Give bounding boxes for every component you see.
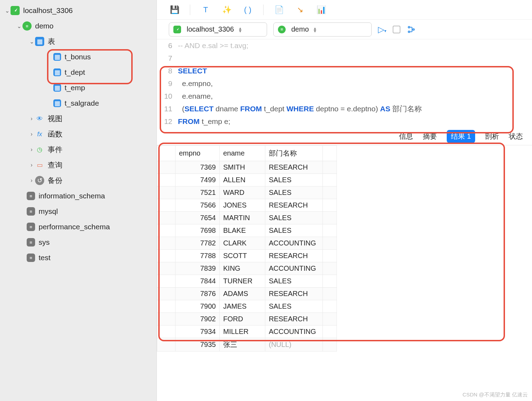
table-row[interactable]: 7788SCOTTRESEARCH bbox=[157, 250, 337, 262]
connection-icon bbox=[11, 6, 20, 15]
tree-database[interactable]: ⌄ ≡ demo bbox=[0, 18, 157, 34]
tree-schema-mysql[interactable]: ≡ mysql bbox=[0, 204, 157, 219]
table-row[interactable]: 7844TURNERSALES bbox=[157, 275, 337, 288]
table-icon: ▦ bbox=[53, 99, 61, 107]
table-row[interactable]: 7369SMITHRESEARCH bbox=[157, 161, 337, 174]
table-row[interactable]: 7902FORDRESEARCH bbox=[157, 313, 337, 326]
result-table[interactable]: empno ename 部门名称 7369SMITHRESEARCH7499AL… bbox=[157, 145, 337, 351]
tree-schema-performance_schema[interactable]: ≡ performance_schema bbox=[0, 219, 157, 235]
main-panel: 💾 T ✨ ( ) 📄 ↘ 📊 localhost_3306 ▴▾ ≡ demo… bbox=[157, 0, 532, 401]
save-icon[interactable]: 💾 bbox=[169, 4, 180, 15]
connection-icon bbox=[173, 26, 181, 33]
divider-icon bbox=[263, 5, 264, 15]
toolbar-connection: localhost_3306 ▴▾ ≡ demo ▴▾ ▷▾ bbox=[157, 20, 532, 39]
database-icon: ≡ bbox=[27, 238, 35, 246]
line-gutter: 6789101112 bbox=[157, 39, 178, 128]
table-icon: ▦ bbox=[53, 84, 61, 92]
query-icon: ▭ bbox=[35, 160, 44, 170]
database-icon: ≡ bbox=[27, 254, 35, 262]
database-icon: ≡ bbox=[27, 192, 35, 200]
code-icon[interactable]: ( ) bbox=[242, 4, 253, 15]
table-group-icon: ▦ bbox=[35, 37, 44, 46]
chevron-down-icon: ⌄ bbox=[28, 38, 35, 45]
connection-select[interactable]: localhost_3306 ▴▾ bbox=[169, 22, 267, 37]
tree-table-t_dept[interactable]: ▦ t_dept bbox=[0, 65, 157, 80]
tree-table-t_salgrade[interactable]: ▦ t_salgrade bbox=[0, 96, 157, 111]
chevron-right-icon: › bbox=[28, 116, 35, 122]
tree-connection[interactable]: ⌄ localhost_3306 bbox=[0, 3, 157, 18]
database-icon: ≡ bbox=[278, 26, 286, 33]
table-row[interactable]: 7782CLARKACCOUNTING bbox=[157, 237, 337, 250]
table-row[interactable]: 7499ALLENSALES bbox=[157, 174, 337, 186]
stop-button[interactable] bbox=[393, 26, 400, 33]
tree-tables-group[interactable]: ⌄ ▦ 表 bbox=[0, 34, 157, 49]
tree-functions[interactable]: › fx 函数 bbox=[0, 126, 157, 142]
tree-schema-information_schema[interactable]: ≡ information_schema bbox=[0, 188, 157, 204]
table-row[interactable]: 7900JAMESSALES bbox=[157, 300, 337, 313]
beautify-icon[interactable]: ✨ bbox=[221, 4, 232, 15]
function-icon: fx bbox=[35, 130, 44, 139]
table-row[interactable]: 7876ADAMSRESEARCH bbox=[157, 288, 337, 300]
tab-analyze[interactable]: 剖析 bbox=[485, 132, 499, 141]
result-tabs: 信息 摘要 结果 1 剖析 状态 bbox=[157, 128, 532, 145]
svg-point-0 bbox=[408, 26, 410, 28]
tree-schema-sys[interactable]: ≡ sys bbox=[0, 235, 157, 250]
col-dept[interactable]: 部门名称 bbox=[265, 146, 323, 161]
database-icon: ≡ bbox=[22, 21, 32, 31]
tree-views[interactable]: › 👁 视图 bbox=[0, 111, 157, 126]
updown-icon: ▴▾ bbox=[239, 27, 241, 32]
database-icon: ≡ bbox=[27, 207, 35, 216]
table-icon: ▦ bbox=[53, 53, 61, 61]
chevron-down-icon: ⌄ bbox=[4, 7, 11, 14]
chevron-right-icon: › bbox=[28, 131, 35, 137]
view-icon: 👁 bbox=[35, 114, 44, 123]
table-icon: ▦ bbox=[53, 68, 61, 76]
divider-icon bbox=[190, 5, 190, 15]
tree-events[interactable]: › ◷ 事件 bbox=[0, 142, 157, 157]
result-panel: empno ename 部门名称 7369SMITHRESEARCH7499AL… bbox=[157, 145, 532, 351]
tree-backups[interactable]: › ↺ 备份 bbox=[0, 173, 157, 188]
tree-queries[interactable]: › ▭ 查询 bbox=[0, 157, 157, 173]
table-row[interactable]: 7934MILLERACCOUNTING bbox=[157, 326, 337, 338]
toolbar-main: 💾 T ✨ ( ) 📄 ↘ 📊 bbox=[157, 0, 532, 20]
tab-info[interactable]: 信息 bbox=[399, 132, 413, 141]
format-icon[interactable]: T bbox=[200, 4, 211, 15]
export-icon[interactable]: 📄 bbox=[273, 4, 285, 15]
chevron-right-icon: › bbox=[28, 146, 35, 153]
tree-table-t_bonus[interactable]: ▦ t_bonus bbox=[0, 49, 157, 65]
database-icon: ≡ bbox=[27, 223, 35, 231]
import-icon[interactable]: ↘ bbox=[294, 4, 306, 15]
code-area[interactable]: -- AND e.sal >= t.avg; SELECT e.empno, e… bbox=[178, 39, 532, 128]
col-empno[interactable]: empno bbox=[175, 146, 220, 161]
tab-result[interactable]: 结果 1 bbox=[447, 130, 475, 143]
database-select[interactable]: ≡ demo ▴▾ bbox=[273, 22, 372, 37]
table-row[interactable]: 7521WARDSALES bbox=[157, 186, 337, 199]
run-button[interactable]: ▷▾ bbox=[378, 25, 386, 34]
watermark: CSDN @不渴望力量 亿速云 bbox=[463, 392, 528, 398]
chevron-right-icon: › bbox=[28, 177, 35, 184]
explain-button[interactable] bbox=[407, 25, 416, 34]
sidebar: ⌄ localhost_3306 ⌄ ≡ demo ⌄ ▦ 表 ▦ t_bonu… bbox=[0, 0, 157, 401]
table-row[interactable]: 7935张三(NULL) bbox=[157, 338, 337, 351]
chart-icon[interactable]: 📊 bbox=[315, 4, 327, 15]
col-ename[interactable]: ename bbox=[220, 146, 265, 161]
tab-summary[interactable]: 摘要 bbox=[423, 132, 437, 141]
svg-point-1 bbox=[408, 31, 410, 32]
tree-table-t_emp[interactable]: ▦ t_emp bbox=[0, 80, 157, 96]
chevron-down-icon: ⌄ bbox=[15, 23, 22, 29]
tree-schema-test[interactable]: ≡ test bbox=[0, 250, 157, 265]
sql-editor[interactable]: 6789101112 -- AND e.sal >= t.avg; SELECT… bbox=[157, 39, 532, 128]
backup-icon: ↺ bbox=[35, 176, 44, 185]
tab-status[interactable]: 状态 bbox=[509, 132, 523, 141]
table-row[interactable]: 7654MARTINSALES bbox=[157, 212, 337, 224]
table-row[interactable]: 7839KINGACCOUNTING bbox=[157, 262, 337, 275]
event-icon: ◷ bbox=[35, 145, 44, 154]
svg-point-2 bbox=[413, 28, 414, 30]
table-row[interactable]: 7698BLAKESALES bbox=[157, 224, 337, 237]
updown-icon: ▴▾ bbox=[314, 27, 316, 32]
chevron-right-icon: › bbox=[28, 162, 35, 168]
table-row[interactable]: 7566JONESRESEARCH bbox=[157, 199, 337, 212]
